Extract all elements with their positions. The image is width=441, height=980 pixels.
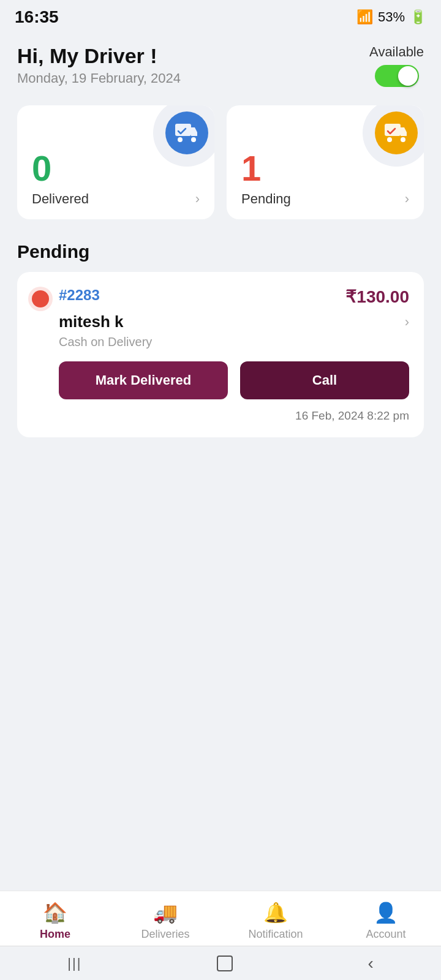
delivered-card[interactable]: 0 Delivered ›	[17, 105, 214, 219]
deliveries-icon: 🚚	[153, 901, 178, 924]
pending-card[interactable]: 1 Pending ›	[227, 105, 424, 219]
svg-point-2	[191, 137, 196, 142]
delivered-truck-icon	[165, 111, 208, 154]
battery-level: 53%	[378, 9, 405, 25]
svg-point-1	[178, 137, 183, 142]
svg-rect-3	[385, 124, 401, 136]
main-content: Hi, My Driver ! Monday, 19 February, 202…	[0, 32, 441, 535]
order-left: #2283	[32, 287, 100, 307]
order-price: ₹130.00	[345, 287, 409, 307]
availability-label: Available	[369, 44, 424, 60]
greeting-text: Hi, My Driver !	[17, 44, 181, 68]
nav-deliveries[interactable]: 🚚 Deliveries	[110, 901, 221, 941]
mark-delivered-button[interactable]: Mark Delivered	[59, 361, 228, 399]
pending-arrow: ›	[405, 191, 409, 207]
battery-icon: 🔋	[410, 9, 426, 25]
android-home-button[interactable]	[217, 956, 233, 971]
pending-truck-icon	[375, 111, 418, 154]
order-middle-row: mitesh k ›	[32, 312, 409, 331]
date-text: Monday, 19 February, 2024	[17, 70, 181, 86]
header-left: Hi, My Driver ! Monday, 19 February, 202…	[17, 44, 181, 86]
delivered-footer: Delivered ›	[32, 191, 200, 207]
android-nav-bar: ||| ‹	[0, 946, 441, 980]
call-button[interactable]: Call	[240, 361, 409, 399]
order-card: #2283 ₹130.00 mitesh k › Cash on Deliver…	[17, 272, 424, 437]
svg-point-4	[387, 137, 392, 142]
order-payment-type: Cash on Delivery	[32, 335, 409, 349]
order-customer-name: mitesh k	[59, 312, 124, 331]
pending-section-title: Pending	[17, 241, 424, 262]
account-icon: 👤	[374, 901, 398, 924]
nav-notification[interactable]: 🔔 Notification	[221, 901, 331, 941]
nav-home[interactable]: 🏠 Home	[0, 901, 110, 941]
nav-account[interactable]: 👤 Account	[331, 901, 441, 941]
availability-toggle[interactable]	[375, 65, 419, 87]
status-icons: 📶 53% 🔋	[356, 9, 426, 25]
svg-point-5	[401, 137, 405, 142]
pending-footer: Pending ›	[241, 191, 409, 207]
order-chevron-icon: ›	[405, 314, 409, 330]
nav-account-label: Account	[366, 928, 405, 941]
availability-section: Available	[369, 44, 424, 87]
order-status-dot	[32, 290, 49, 307]
android-recents-button[interactable]: |||	[67, 956, 81, 971]
nav-notification-label: Notification	[248, 928, 303, 941]
svg-rect-0	[175, 124, 191, 136]
android-back-button[interactable]: ‹	[368, 954, 373, 973]
notification-icon: 🔔	[263, 901, 288, 924]
order-id: #2283	[59, 287, 100, 304]
delivered-label: Delivered	[32, 191, 89, 207]
status-bar: 16:35 📶 53% 🔋	[0, 0, 441, 32]
stats-row: 0 Delivered › 1	[17, 105, 424, 219]
toggle-thumb	[398, 66, 418, 86]
pending-label: Pending	[241, 191, 291, 207]
order-actions: Mark Delivered Call	[32, 361, 409, 399]
delivered-arrow: ›	[195, 191, 200, 207]
header-row: Hi, My Driver ! Monday, 19 February, 202…	[17, 44, 424, 87]
nav-home-label: Home	[40, 928, 70, 941]
wifi-icon: 📶	[356, 9, 373, 25]
status-time: 16:35	[15, 7, 59, 27]
home-icon: 🏠	[43, 901, 67, 924]
order-top-row: #2283 ₹130.00	[32, 287, 409, 307]
bottom-nav: 🏠 Home 🚚 Deliveries 🔔 Notification 👤 Acc…	[0, 891, 441, 946]
order-timestamp: 16 Feb, 2024 8:22 pm	[32, 409, 409, 423]
nav-deliveries-label: Deliveries	[141, 928, 189, 941]
